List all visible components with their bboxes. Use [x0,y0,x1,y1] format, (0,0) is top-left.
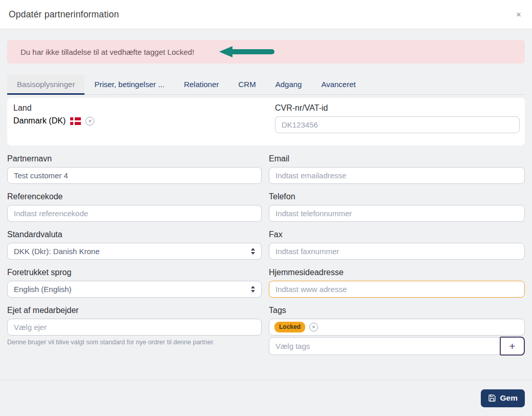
field-ejer: Ejet af medarbejder Denne bruger vil bli… [7,306,262,356]
permission-alert: Du har ikke tilladelse til at vedhæfte t… [7,40,525,64]
modal-body: Du har ikke tilladelse til at vedhæfte t… [0,29,532,356]
sprog-select[interactable]: English (English) [7,281,262,298]
ejer-helper-text: Denne bruger vil blive valgt som standar… [7,339,262,346]
country-vat-card: Land Danmark (DK) × CVR-nr/VAT-id [7,98,525,145]
partnernavn-input[interactable] [7,167,262,184]
modal-header: Opdatér partnerinformation × [0,0,532,29]
tags-select-input[interactable] [269,337,504,355]
tab-priser-betingelser[interactable]: Priser, betingelser ... [84,75,174,95]
form-rows: Partnernavn Email Referencekode Telefon [7,154,525,356]
email-label: Email [269,154,525,163]
tab-adgang[interactable]: Adgang [266,75,312,95]
field-cvr: CVR-nr/VAT-id [275,103,520,133]
sprog-value: English (English) [14,285,72,294]
hjemmeside-input[interactable] [269,281,525,298]
referencekode-label: Referencekode [7,192,262,201]
update-partner-modal: Opdatér partnerinformation × Du har ikke… [0,0,532,416]
field-tags: Tags Locked × + [269,306,525,356]
denmark-flag-icon [70,117,81,125]
modal-title: Opdatér partnerinformation [9,9,119,20]
tag-locked-badge: Locked [274,322,305,332]
standardvaluta-label: Standardvaluta [7,230,262,239]
telefon-input[interactable] [269,205,525,222]
tab-avanceret[interactable]: Avanceret [311,75,365,95]
email-input[interactable] [269,167,525,184]
select-updown-icon [251,248,255,255]
field-land: Land Danmark (DK) × [13,103,268,133]
select-updown-icon [251,286,255,293]
partnernavn-label: Partnernavn [7,154,262,163]
sprog-label: Foretrukket sprog [7,268,262,277]
add-tag-button[interactable]: + [500,337,525,356]
tag-remove-icon[interactable]: × [309,323,318,331]
close-icon[interactable]: × [514,8,523,21]
cvr-label: CVR-nr/VAT-id [275,103,520,113]
field-hjemmeside: Hjemmesideadresse [269,268,525,298]
field-standardvaluta: Standardvaluta DKK (Dkr): Danish Krone [7,230,262,260]
hjemmeside-label: Hjemmesideadresse [269,268,525,277]
modal-footer: Gem [0,380,532,416]
tags-label: Tags [269,306,525,315]
land-label: Land [13,103,268,113]
alert-text: Du har ikke tilladelse til at vedhæfte t… [20,48,194,56]
field-partnernavn: Partnernavn [7,154,262,184]
tab-basisoplysninger[interactable]: Basisoplysninger [7,75,84,95]
tags-select-row: + [269,337,525,356]
field-referencekode: Referencekode [7,192,262,222]
save-icon [488,394,496,402]
land-value: Danmark (DK) [13,116,66,126]
cvr-input[interactable] [275,116,520,133]
field-email: Email [269,154,525,184]
tab-crm[interactable]: CRM [229,75,266,95]
fax-label: Fax [269,230,525,239]
standardvaluta-select[interactable]: DKK (Dkr): Danish Krone [7,243,262,260]
fax-input[interactable] [269,243,525,260]
field-sprog: Foretrukket sprog English (English) [7,268,262,298]
land-clear-icon[interactable]: × [86,117,94,126]
field-telefon: Telefon [269,192,525,222]
tags-container: Locked × [269,319,525,336]
save-button-label: Gem [500,393,518,403]
standardvaluta-value: DKK (Dkr): Danish Krone [14,247,100,256]
tab-bar: Basisoplysninger Priser, betingelser ...… [7,75,525,95]
land-select[interactable]: Danmark (DK) × [13,116,268,126]
save-button[interactable]: Gem [481,389,525,407]
referencekode-input[interactable] [7,205,262,222]
field-fax: Fax [269,230,525,260]
ejer-label: Ejet af medarbejder [7,306,262,315]
ejer-input[interactable] [7,319,262,336]
tab-relationer[interactable]: Relationer [174,75,228,95]
telefon-label: Telefon [269,192,525,201]
arrow-left-icon [219,46,274,57]
